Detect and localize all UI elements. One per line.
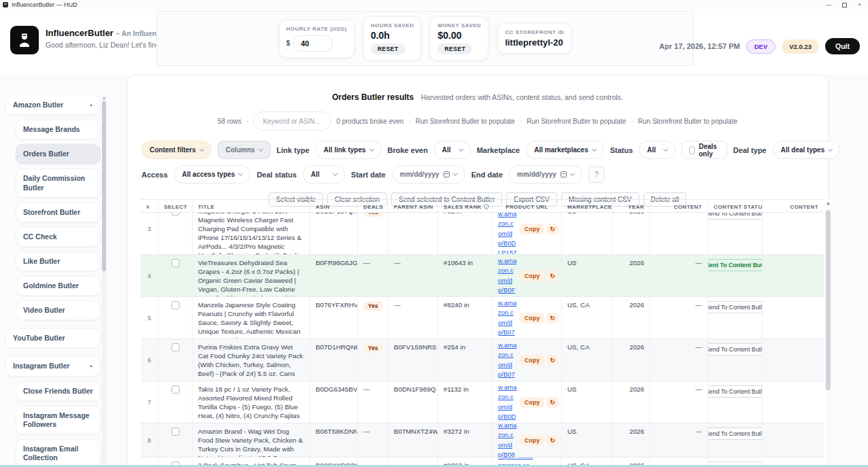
minimize-icon[interactable]: — <box>826 2 831 7</box>
copy-url-button[interactable]: Copy <box>520 397 545 408</box>
sidebar-item-video-butler[interactable]: Video Butler <box>16 300 101 320</box>
content2-cell <box>763 297 824 339</box>
row-select-checkbox[interactable] <box>171 385 180 394</box>
deal-status-label: Deal status <box>256 171 297 179</box>
status-select[interactable]: All <box>639 141 675 159</box>
search-input[interactable] <box>253 111 331 131</box>
orders-butler-panel: Orders Butler results Harvested orders w… <box>127 75 829 467</box>
row-select-checkbox[interactable] <box>171 428 180 436</box>
hours-reset-button[interactable]: RESET <box>371 44 405 54</box>
quit-button[interactable]: Quit <box>825 38 860 54</box>
row-select-checkbox[interactable] <box>171 301 180 309</box>
product-url-link[interactable]: https://www.amazon.com/dp/B07D1HRQNK <box>498 339 517 381</box>
calendar-icon <box>561 171 567 177</box>
populate-link[interactable]: Run Storefront Butler to populate <box>416 118 515 125</box>
content-cell: — <box>650 255 708 296</box>
refresh-url-icon[interactable]: ↻ <box>546 397 558 408</box>
send-to-content-butler-button[interactable]: Send To Content Butler <box>708 213 763 220</box>
content2-cell <box>763 339 824 381</box>
broke-even-select[interactable]: All <box>434 141 471 159</box>
sidebar-scrollbar-thumb[interactable] <box>102 101 106 271</box>
start-date-input[interactable]: mm/dd/yyyy <box>392 165 465 184</box>
hourly-rate-input[interactable] <box>293 35 333 52</box>
product-url-link[interactable]: https://www.amazon.com/dp/B0FR98G6JG <box>498 255 517 296</box>
table-row: 6 Purina Friskies Extra Gravy Wet Cat Fo… <box>141 339 824 381</box>
close-icon[interactable]: × <box>858 2 861 7</box>
app-icon <box>3 2 8 7</box>
asin-cell: B0DLP157QH <box>310 213 358 254</box>
refresh-url-icon[interactable]: ↻ <box>546 355 558 366</box>
columns-button[interactable]: Columns <box>218 141 271 159</box>
sidebar-item-daily-commission-butler[interactable]: Daily Commission Butler <box>16 169 101 197</box>
money-reset-button[interactable]: RESET <box>437 44 472 54</box>
deal-status-select[interactable]: All <box>303 165 345 184</box>
send-to-content-butler-button[interactable]: Send To Content Butler <box>708 343 763 356</box>
deals-cell: — <box>358 255 388 296</box>
end-date-input[interactable]: mm/dd/yyyy <box>509 165 582 184</box>
collapse-icon: ▲ <box>89 364 93 369</box>
refresh-url-icon[interactable]: ↻ <box>546 224 558 235</box>
content-filters-button[interactable]: Content filters <box>141 141 212 159</box>
sidebar-item-storefront-butler[interactable]: Storefront Butler <box>16 203 101 222</box>
sidebar-item-message-brands[interactable]: Message Brands <box>16 120 101 139</box>
maximize-icon[interactable] <box>842 3 847 7</box>
app-name: InfluencerButler <box>46 28 114 38</box>
link-type-select[interactable]: All link types <box>316 141 382 159</box>
table-row: 3 MagSafe Charger 2 Pack 15W Magnetic Wi… <box>141 213 824 255</box>
sidebar-item-goldmine-butler[interactable]: Goldmine Butler <box>16 276 101 296</box>
populate-link[interactable]: Run Storefront Butler to populate <box>527 118 626 125</box>
product-url-link[interactable]: https://www.amazon.com/dp/B076YFXRHV <box>498 297 517 339</box>
sidebar-item-orders-butler[interactable]: Orders Butler <box>16 144 101 164</box>
refresh-url-icon[interactable]: ↻ <box>546 313 558 324</box>
content-cell: — <box>650 381 708 423</box>
copy-url-button[interactable]: Copy <box>520 355 545 366</box>
product-url-link[interactable]: https://www.amazon.com/dp/B0DLP157QH <box>498 213 517 254</box>
copy-url-button[interactable]: Copy <box>520 271 545 281</box>
row-select-checkbox[interactable] <box>171 343 180 351</box>
table-scrollbar-thumb[interactable] <box>826 210 831 390</box>
marketplace-select[interactable]: All marketplaces <box>526 141 604 159</box>
marketplace-label: Marketplace <box>477 146 520 154</box>
deals-only-toggle[interactable]: Deals only <box>682 141 727 159</box>
refresh-url-icon[interactable]: ↻ <box>546 271 558 281</box>
populate-link[interactable]: Run Storefront Butler to populate <box>638 118 737 125</box>
scroll-up-icon[interactable]: ▲ <box>102 96 106 100</box>
sidebar-item-youtube-butler[interactable]: YouTube Butler <box>5 328 101 348</box>
help-button[interactable]: ? <box>588 167 605 183</box>
sidebar-item-amazon-butler[interactable]: Amazon Butler ▲ <box>5 95 101 115</box>
row-select-checkbox[interactable] <box>171 213 180 215</box>
deals-cell: — <box>358 381 388 423</box>
content-cell: — <box>650 423 708 457</box>
content2-cell <box>763 213 824 254</box>
sidebar-item-close-friends-butler[interactable]: Close Friends Butler <box>16 381 101 401</box>
product-url-link[interactable]: https://www.amazon.com/dp/B08TS8KDNN <box>498 423 517 457</box>
sales-rank-cell: #8240 in <box>438 297 493 339</box>
refresh-url-icon[interactable]: ↻ <box>546 435 558 446</box>
chevron-down-icon <box>458 146 463 151</box>
product-url-link[interactable]: https://www.amazon.com/dp/B0DG6345BV <box>498 381 517 423</box>
access-select[interactable]: All access types <box>174 165 251 184</box>
sidebar-item-cc-check[interactable]: CC Check <box>16 227 101 247</box>
table-scrollbar[interactable]: ▲ <box>825 199 831 467</box>
copy-url-button[interactable]: Copy <box>520 435 545 446</box>
chevron-down-icon <box>828 146 833 151</box>
deals-only-checkbox[interactable] <box>689 146 695 154</box>
product-title: Purina Friskies Extra Gravy Wet Cat Food… <box>193 339 310 381</box>
send-to-content-butler-button[interactable]: Send To Content Butler <box>708 428 763 440</box>
sidebar-item-instagram-email-collection[interactable]: Instagram Email Collection <box>16 439 101 467</box>
row-count: 58 rows <box>218 118 241 125</box>
end-date-label: End date <box>471 171 503 179</box>
send-to-content-butler-button[interactable]: Send To Content Butler <box>708 301 763 313</box>
sidebar-item-instagram-message-followers[interactable]: Instagram Message Followers <box>16 406 101 434</box>
scroll-up-icon[interactable]: ▲ <box>825 201 831 205</box>
sidebar-item-like-butler[interactable]: Like Butler <box>16 252 101 271</box>
copy-url-button[interactable]: Copy <box>520 224 545 235</box>
sidebar-scrollbar[interactable]: ▲ <box>102 95 106 465</box>
year-cell: 2026 <box>613 213 650 254</box>
row-select-checkbox[interactable] <box>171 259 180 267</box>
copy-url-button[interactable]: Copy <box>520 313 545 324</box>
deal-type-select[interactable]: All deal types <box>773 141 840 159</box>
send-to-content-butler-button[interactable]: Send To Content Butler <box>708 385 763 398</box>
sidebar-item-instagram-butler[interactable]: Instagram Butler ▲ <box>5 356 101 376</box>
year-cell: 2026 <box>613 423 650 457</box>
